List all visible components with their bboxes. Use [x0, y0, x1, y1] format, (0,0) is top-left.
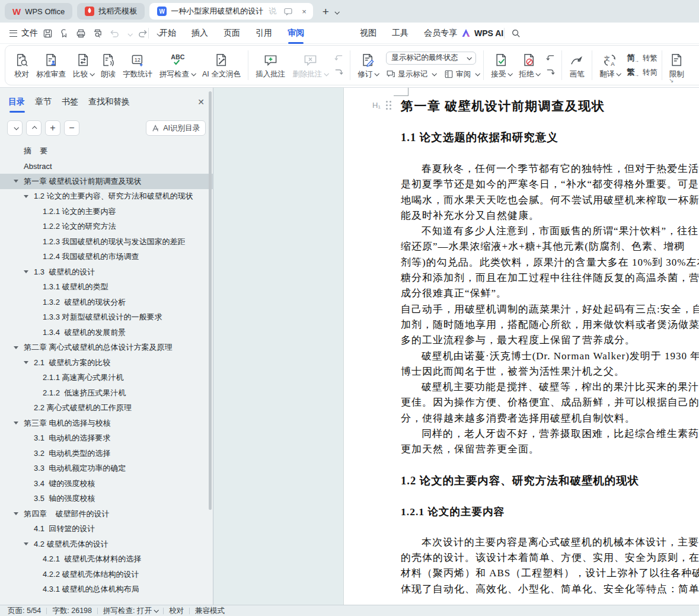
toc-item[interactable]: 3.3 电动机额定功率的确定: [0, 461, 213, 477]
menu-tab[interactable]: 审阅: [286, 28, 305, 39]
redo-icon[interactable]: [138, 28, 148, 39]
read-aloud-button[interactable]: 朗读: [98, 50, 119, 81]
toc-item[interactable]: 3.2 电动机类型的选择: [0, 446, 213, 461]
collapse-all-button[interactable]: [26, 120, 42, 136]
toc-item[interactable]: 1.2.3 我国破壁机的现状与发达国家的差距: [0, 234, 213, 250]
navigation-tab[interactable]: 章节: [35, 97, 52, 113]
show-markup-button[interactable]: 显示标记: [386, 69, 436, 79]
toc-item[interactable]: 2.1.2 低速挤压式果汁机: [0, 385, 213, 401]
expand-all-button[interactable]: [7, 120, 23, 136]
toc-item[interactable]: 1.3.3 对新型破壁机设计的一般要求: [0, 310, 213, 325]
new-tab-button[interactable]: +: [323, 6, 329, 17]
to-simplified-button[interactable]: 繁→ 转简: [627, 67, 657, 78]
toc-item[interactable]: 2.1 破壁机方案的比较: [0, 355, 213, 371]
comment-bubble-icon[interactable]: [284, 8, 292, 15]
proofread-status[interactable]: 校对: [169, 606, 184, 616]
dialog-launcher-icon[interactable]: ↘: [669, 77, 674, 84]
word-count-button[interactable]: 12 字数统计: [120, 50, 155, 81]
zoom-in-outline-button[interactable]: +: [45, 120, 60, 136]
toc-item[interactable]: 3.1 电动机的选择要求: [0, 431, 213, 446]
toc-item[interactable]: 1.2 论文的主要内容、研究方法和破壁机的现状: [0, 189, 213, 205]
toc-collapse-icon[interactable]: [24, 361, 28, 366]
navigation-tab[interactable]: 查找和替换: [88, 97, 130, 113]
toc-scrollbar[interactable]: [209, 91, 212, 510]
tab-wps-home[interactable]: W WPS Office: [5, 3, 72, 20]
tab-list-chevron-icon[interactable]: [333, 6, 339, 17]
spell-check-status[interactable]: 拼写检查: 打开: [103, 606, 158, 616]
toc-collapse-icon[interactable]: [14, 346, 18, 352]
pane-close-icon[interactable]: ✕: [197, 97, 205, 107]
next-revision-icon[interactable]: [545, 68, 556, 78]
toc-item[interactable]: 4.3.1 破壁机的总体机构布局: [0, 582, 213, 598]
toc-item[interactable]: 2.2 离心式破壁机的工作原理: [0, 401, 213, 416]
tab-close-icon[interactable]: ×: [301, 7, 308, 16]
toc-item[interactable]: 3.4 键的强度校核: [0, 476, 213, 491]
previous-revision-icon[interactable]: [545, 53, 556, 63]
previous-comment-icon[interactable]: [333, 53, 344, 63]
toc-collapse-icon[interactable]: [14, 512, 18, 518]
toc-item[interactable]: 1.2.1 论文的主要内容: [0, 204, 213, 219]
markup-state-dropdown[interactable]: 显示标记的最终状态: [386, 52, 476, 65]
toc-collapse-icon[interactable]: [24, 270, 28, 276]
insert-comment-button[interactable]: 插入批注: [253, 50, 288, 81]
toc-item[interactable]: 2.1.1 高速离心式果汁机: [0, 371, 213, 386]
standard-review-button[interactable]: 标准审查: [33, 50, 69, 81]
toc-item[interactable]: 1.3.4 破壁机的发展前景: [0, 325, 213, 340]
ai-recognize-toc-button[interactable]: AI识别目录: [146, 120, 206, 136]
undo-icon[interactable]: [109, 28, 119, 39]
delete-comment-button[interactable]: 删除批注: [289, 50, 331, 81]
restrict-editing-button[interactable]: 限制: [666, 50, 687, 81]
toc-item[interactable]: 4.1 回转篮的设计: [0, 522, 213, 537]
toc-item[interactable]: 1.3.2 破壁机的现状分析: [0, 295, 213, 310]
tab-docer-templates[interactable]: 找稻壳模板: [77, 3, 145, 20]
toc-item[interactable]: 1.3.1 破壁机的类型: [0, 280, 213, 295]
toc-item[interactable]: 第四章 破壁部件的设计: [0, 506, 213, 522]
heading-level-marker[interactable]: H₁: [372, 101, 388, 110]
toc-item[interactable]: 第三章 电机的选择与校核: [0, 416, 213, 431]
export-pdf-icon[interactable]: [59, 28, 69, 39]
toc-item[interactable]: 1.3 破壁机的设计: [0, 264, 213, 280]
tab-document-active[interactable]: W 一种小型家用破壁机的设计 说 ×: [149, 3, 313, 20]
page-indicator[interactable]: 页面: 5/54: [8, 606, 41, 616]
reject-revision-button[interactable]: 拒绝: [516, 50, 542, 81]
file-menu[interactable]: 文件: [9, 23, 38, 44]
menu-tab[interactable]: 会员专享: [423, 28, 458, 39]
menu-tab[interactable]: 引用: [254, 28, 273, 39]
document-page[interactable]: H₁ 第一章 破壁机设计前期调查及现状1.1 论文选题的依据和研究意义春夏秋冬，…: [344, 88, 699, 605]
toc-collapse-icon[interactable]: [24, 195, 28, 200]
wps-ai-menu[interactable]: WPS AI: [461, 23, 503, 44]
compare-button[interactable]: 比较: [70, 50, 97, 81]
to-traditional-button[interactable]: 简→ 转繁: [627, 53, 657, 63]
toc-collapse-icon[interactable]: [14, 422, 18, 427]
accept-revision-button[interactable]: 接受: [488, 50, 515, 81]
toc-item[interactable]: Abstract: [0, 159, 213, 174]
toc-collapse-icon[interactable]: [24, 542, 28, 548]
ink-pen-button[interactable]: 画笔: [566, 50, 588, 81]
proofread-button[interactable]: 校对: [11, 50, 32, 81]
track-changes-button[interactable]: 修订: [355, 50, 381, 81]
translate-button[interactable]: 文A 翻译: [596, 50, 623, 81]
print-icon[interactable]: [76, 28, 86, 39]
toc-item[interactable]: 3.5 轴的强度校核: [0, 491, 213, 507]
toc-item[interactable]: 第二章 离心式破壁机的总体设计方案及原理: [0, 340, 213, 356]
print-preview-icon[interactable]: [92, 28, 103, 39]
search-icon[interactable]: [511, 23, 521, 44]
navigation-tab[interactable]: 书签: [62, 97, 78, 113]
toc-item[interactable]: 1.2.4 我国破壁机的市场调查: [0, 250, 213, 265]
menu-tab[interactable]: 页面: [222, 28, 241, 39]
toc-item[interactable]: 第一章 破壁机设计前期调查及现状: [0, 174, 213, 189]
next-comment-icon[interactable]: [333, 68, 344, 78]
toc-item[interactable]: 4.2 破壁机壳体的设计: [0, 537, 213, 552]
review-pane-button[interactable]: 审阅: [444, 69, 479, 79]
menu-tab[interactable]: 插入: [190, 28, 209, 39]
menu-tab[interactable]: 视图: [359, 28, 378, 39]
undo-chevron-icon[interactable]: [126, 28, 132, 39]
menu-tab[interactable]: 开始: [158, 28, 177, 39]
toc-item[interactable]: 4.2.2 破壁机壳体结构的设计: [0, 567, 213, 582]
ai-polish-button[interactable]: AI 全文润色: [199, 50, 244, 81]
word-count-indicator[interactable]: 字数: 26198: [52, 606, 92, 616]
spell-check-button[interactable]: ABC 拼写检查: [157, 50, 198, 81]
toc-collapse-icon[interactable]: [14, 180, 18, 185]
menu-tab[interactable]: 工具: [391, 28, 410, 39]
toc-item[interactable]: 1.2.2 论文的研究方法: [0, 219, 213, 235]
